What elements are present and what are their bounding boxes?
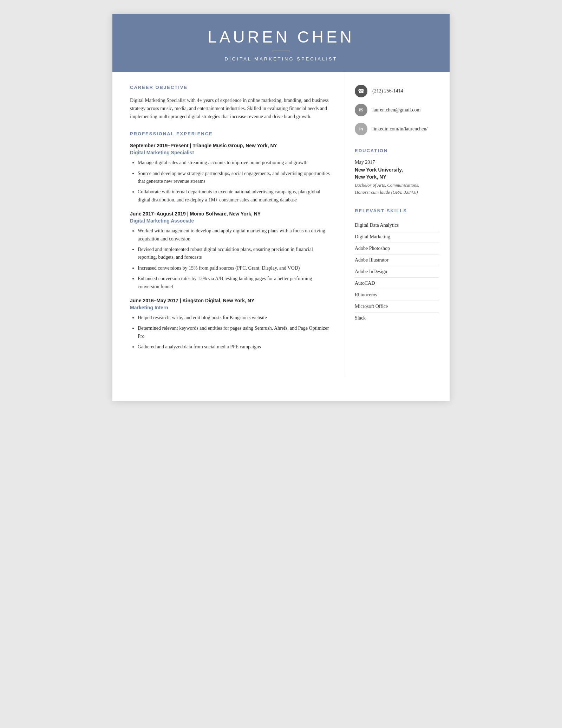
email-contact: ✉ lauren.chen@gmail.com [355,104,439,116]
list-item: Helped research, write, and edit blog po… [138,314,330,322]
header-divider [272,51,290,51]
career-objective-section: CAREER OBJECTIVE Digital Marketing Speci… [130,85,330,121]
list-item: Determined relevant keywords and entitie… [138,324,330,340]
job-3-period: June 2016–May 2017 | Kingston Digital, N… [130,298,330,303]
list-item: Worked with management to develop and ap… [138,227,330,243]
education-degree: Bachelor of Arts, Communications,Honors:… [355,182,439,195]
skills-section: RELEVANT SKILLS Digital Data Analytics D… [355,208,439,324]
professional-experience-section: PROFESSIONAL EXPERIENCE September 2019–P… [130,131,330,351]
list-item: Source and develop new strategic partner… [138,170,330,186]
resume-document: LAUREN CHEN DIGITAL MARKETING SPECIALIST… [112,14,450,401]
job-entry-1: September 2019–Present | Triangle Music … [130,143,330,204]
candidate-name: LAUREN CHEN [126,27,436,46]
contact-section: ☎ (212) 256-1414 ✉ lauren.chen@gmail.com… [355,85,439,135]
professional-experience-heading: PROFESSIONAL EXPERIENCE [130,131,330,138]
list-item: Gathered and analyzed data from social m… [138,343,330,351]
candidate-title: DIGITAL MARKETING SPECIALIST [126,56,436,62]
skills-heading: RELEVANT SKILLS [355,208,439,215]
career-objective-text: Digital Marketing Specialist with 4+ yea… [130,96,330,121]
skill-item: Digital Data Analytics [355,220,439,231]
right-column: ☎ (212) 256-1414 ✉ lauren.chen@gmail.com… [344,72,450,376]
linkedin-icon: in [355,123,367,135]
list-item: Increased conversions by 15% from paid s… [138,264,330,272]
phone-number: (212) 256-1414 [372,88,403,94]
skill-item: Rhinoceros [355,289,439,301]
skill-item: Adobe Illustrator [355,255,439,266]
education-section: EDUCATION May 2017 New York University,N… [355,148,439,195]
skill-item: Adobe InDesign [355,266,439,278]
list-item: Collaborate with internal departments to… [138,188,330,204]
job-entry-2: June 2017–August 2019 | Momo Software, N… [130,211,330,291]
skill-item: AutoCAD [355,278,439,289]
list-item: Manage digital sales and streaming accou… [138,159,330,167]
education-heading: EDUCATION [355,148,439,155]
skill-item: Microsoft Office [355,301,439,313]
left-column: CAREER OBJECTIVE Digital Marketing Speci… [112,72,344,376]
phone-icon: ☎ [355,85,367,97]
job-2-role: Digital Marketing Associate [130,218,330,224]
job-3-bullets: Helped research, write, and edit blog po… [130,314,330,351]
email-address: lauren.chen@gmail.com [372,107,420,113]
list-item: Enhanced conversion rates by 12% via A/B… [138,275,330,291]
job-3-role: Marketing Intern [130,305,330,310]
skill-item: Adobe Photoshop [355,243,439,255]
resume-header: LAUREN CHEN DIGITAL MARKETING SPECIALIST [112,14,450,72]
job-1-role: Digital Marketing Specialist [130,150,330,155]
list-item: Devised and implemented robust digital a… [138,246,330,262]
education-school: New York University,New York, NY [355,167,439,180]
phone-contact: ☎ (212) 256-1414 [355,85,439,97]
resume-body: CAREER OBJECTIVE Digital Marketing Speci… [112,72,450,376]
education-date: May 2017 [355,160,439,165]
job-1-bullets: Manage digital sales and streaming accou… [130,159,330,204]
job-2-period: June 2017–August 2019 | Momo Software, N… [130,211,330,217]
skill-item: Slack [355,313,439,324]
job-entry-3: June 2016–May 2017 | Kingston Digital, N… [130,298,330,351]
linkedin-url: linkedin.com/in/laurenchen/ [372,126,427,132]
job-1-period: September 2019–Present | Triangle Music … [130,143,330,148]
career-objective-heading: CAREER OBJECTIVE [130,85,330,91]
linkedin-contact: in linkedin.com/in/laurenchen/ [355,123,439,135]
skill-item: Digital Marketing [355,231,439,243]
job-2-bullets: Worked with management to develop and ap… [130,227,330,291]
email-icon: ✉ [355,104,367,116]
